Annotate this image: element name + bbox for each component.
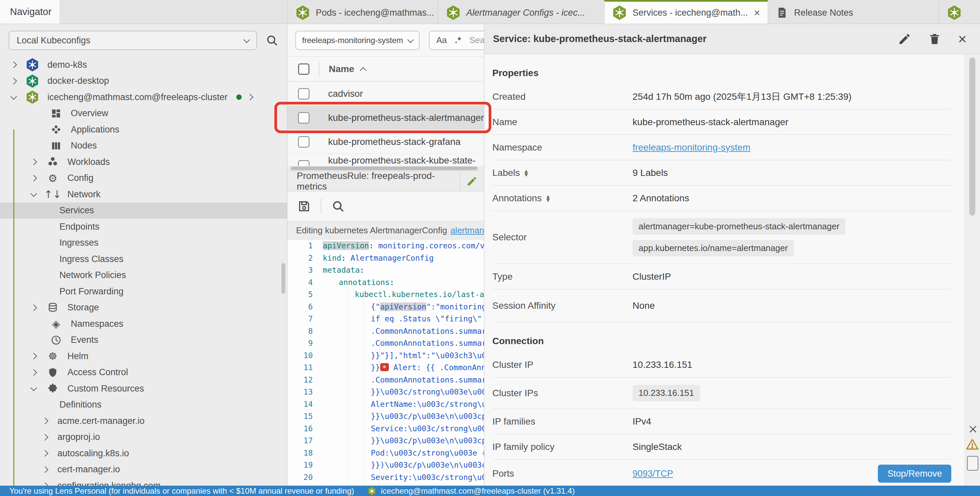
delete-service-button[interactable] [928,32,941,46]
sidebar-item-custom-resources[interactable]: Custom Resources [0,380,287,397]
match-case-icon[interactable]: Aa [436,35,447,45]
search-icon[interactable] [266,34,278,47]
table-header: Name [287,57,484,82]
detail-body: PropertiesCreated254d 17h 50m ago (2025年… [484,54,965,486]
sidebar-item-port-forwarding[interactable]: Port Forwarding [0,283,287,300]
port-link[interactable]: 9093/TCP [633,469,673,479]
sidebar-item-nodes[interactable]: Nodes [0,138,287,154]
sidebar-item-services[interactable]: Services [0,203,287,219]
select-all-checkbox[interactable] [298,64,309,75]
close-tab-icon[interactable]: × [754,7,760,18]
table-row[interactable]: kube-prometheus-stack-kube-state-metrics [287,154,484,166]
sidebar-item-label: Network Policies [59,270,126,280]
code-line: 20Severity:\u003c/strong\u003e [287,471,484,484]
sidebar-item-events[interactable]: Events [0,332,287,348]
chevron-right-icon[interactable] [43,418,57,423]
sidebar-item-overview[interactable]: Overview [0,105,287,122]
sidebar-item-argoproj-io[interactable]: argoproj.io [0,429,287,445]
tab-label: Services - icecheng@math... [633,8,748,18]
sidebar-item-namespaces[interactable]: ◈Namespaces [0,316,287,332]
row-checkbox[interactable] [298,160,309,166]
edge-close-icon[interactable]: × [968,422,978,436]
sidebar-item-helm[interactable]: ☸Helm [0,348,287,364]
chevron-right-icon[interactable] [31,370,46,375]
sidebar-scrollbar[interactable] [282,263,285,294]
sidebar-item-icecheng-mathmast-com-freeleaps-cluster[interactable]: icecheng@mathmast.com@freeleaps-cluster [0,89,287,105]
tab-4[interactable]: Release Notes [768,0,939,24]
row-checkbox[interactable] [298,136,309,148]
chevron-down-icon[interactable] [11,95,26,99]
chevron-right-icon[interactable] [11,62,26,67]
sidebar-item-configuration-konghq-com[interactable]: configuration.konghq.com [0,478,287,486]
editor-search-icon[interactable] [331,200,345,213]
sidebar-item-ingress-classes[interactable]: Ingress Classes [0,251,287,267]
sidebar-item-config[interactable]: ⚙Config [0,170,287,187]
sort-ascending-icon[interactable] [360,67,366,74]
edit-service-button[interactable] [898,32,911,46]
sidebar-item-storage[interactable]: Storage [0,300,287,316]
sort-toggle-icon[interactable]: ▲▼ [546,195,550,202]
sidebar-item-demo-k8s[interactable]: demo-k8s [0,57,287,73]
sort-toggle-icon[interactable]: ▲▼ [525,169,528,176]
sidebar-item-autoscaling-k8s-io[interactable]: autoscaling.k8s.io [0,445,287,462]
sidebar-item-label: acme.cert-manager.io [57,416,145,426]
sidebar-item-docker-desktop[interactable]: docker-desktop [0,73,287,89]
sidebar-item-endpoints[interactable]: Endpoints [0,219,287,235]
regex-icon[interactable]: .* [455,35,461,45]
chevron-right-icon[interactable] [247,94,253,100]
search-input[interactable]: Aa .* Search [429,31,484,50]
active-cluster-status[interactable]: icecheng@mathmast.com@freeleaps-cluster … [368,486,575,496]
sidebar-item-network-policies[interactable]: Network Policies [0,267,287,284]
code-line: 3metadata: [287,264,484,277]
namespace-link[interactable]: freeleaps-monitoring-system [633,142,750,153]
chevron-down-icon[interactable] [31,387,46,390]
sidebar-item-applications[interactable]: Applications [0,121,287,138]
detail-row: Created254d 17h 50m ago (2025年1月13日 GMT+… [492,84,951,110]
horizontal-scrollbar[interactable] [287,166,484,171]
tab-label: Release Notes [794,8,853,18]
sidebar-item-access-control[interactable]: Access Control [0,364,287,381]
chevron-right-icon[interactable] [31,305,46,310]
service-detail-panel: Service: kube-prometheus-stack-alertmana… [484,24,980,486]
chevron-right-icon[interactable] [43,467,57,472]
sidebar-item-cert-manager-io[interactable]: cert-manager.io [0,462,287,478]
storage-icon [46,301,59,315]
yaml-editor[interactable]: 1apiVersion: monitoring.coreos.com/v12ki… [287,240,484,486]
sidebar-item-ingresses[interactable]: Ingresses [0,235,287,251]
chevron-right-icon[interactable] [31,354,46,358]
tab-2[interactable]: Alertmanager Configs - icec... [438,0,604,24]
kubeconfig-selector[interactable]: Local Kubeconfigs [9,31,257,50]
edge-button-partial[interactable] [967,456,978,471]
sidebar-item-workloads[interactable]: Workloads [0,154,287,170]
sidebar-item-network[interactable]: ↑↓Network [0,186,287,203]
chevron-right-icon[interactable] [43,483,57,486]
detail-row-label: IP family policy [492,442,633,452]
kubeconfig-selector-value: Local Kubeconfigs [17,35,91,46]
edit-rule-button[interactable] [460,171,484,191]
sidebar-item-acme-cert-manager-io[interactable]: acme.cert-manager.io [0,413,287,429]
chevron-right-icon[interactable] [43,435,57,440]
chevron-right-icon[interactable] [31,159,46,164]
horizontal-scrollbar-thumb[interactable] [291,167,478,170]
chevron-right-icon[interactable] [31,176,46,181]
detail-scrollbar-thumb[interactable] [969,57,975,216]
kubernetes-icon [296,5,310,21]
save-icon[interactable] [298,200,311,213]
breadcrumb-link[interactable]: alertmanager [450,225,484,236]
warning-icon[interactable] [966,438,979,451]
detail-scrollbar-track[interactable] [965,54,980,486]
navigator-panel-tab[interactable]: Navigator [0,0,59,24]
nodes-icon [49,139,63,153]
chevron-right-icon[interactable] [43,451,57,456]
tab-1[interactable]: Pods - icecheng@mathmas... [287,0,438,24]
chevron-right-icon[interactable] [11,79,26,83]
stop-remove-button[interactable]: Stop/Remove [878,465,951,483]
name-column-header[interactable]: Name [329,64,354,75]
table-row[interactable]: kube-prometheus-stack-grafana [287,130,484,154]
tab-5[interactable] [939,0,980,24]
close-panel-button[interactable]: × [958,32,967,46]
row-checkbox[interactable] [298,88,309,100]
sidebar-item-definitions[interactable]: Definitions [0,397,287,413]
tab-3[interactable]: Services - icecheng@math...× [604,0,768,24]
namespace-selector[interactable]: freeleaps-monitoring-system [295,31,420,50]
